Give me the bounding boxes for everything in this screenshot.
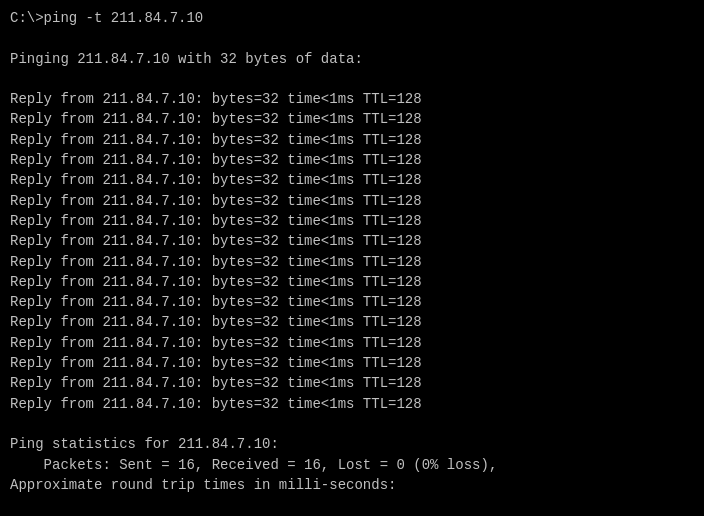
reply-15: Reply from 211.84.7.10: bytes=32 time<1m… [10, 373, 694, 393]
reply-10: Reply from 211.84.7.10: bytes=32 time<1m… [10, 272, 694, 292]
reply-11: Reply from 211.84.7.10: bytes=32 time<1m… [10, 292, 694, 312]
empty-line-3 [10, 414, 694, 434]
reply-2: Reply from 211.84.7.10: bytes=32 time<1m… [10, 109, 694, 129]
reply-3: Reply from 211.84.7.10: bytes=32 time<1m… [10, 130, 694, 150]
reply-5: Reply from 211.84.7.10: bytes=32 time<1m… [10, 170, 694, 190]
reply-9: Reply from 211.84.7.10: bytes=32 time<1m… [10, 252, 694, 272]
reply-12: Reply from 211.84.7.10: bytes=32 time<1m… [10, 312, 694, 332]
empty-line-1 [10, 28, 694, 48]
reply-4: Reply from 211.84.7.10: bytes=32 time<1m… [10, 150, 694, 170]
reply-13: Reply from 211.84.7.10: bytes=32 time<1m… [10, 333, 694, 353]
approx-line: Approximate round trip times in milli-se… [10, 475, 694, 495]
reply-6: Reply from 211.84.7.10: bytes=32 time<1m… [10, 191, 694, 211]
reply-7: Reply from 211.84.7.10: bytes=32 time<1m… [10, 211, 694, 231]
pinging-line: Pinging 211.84.7.10 with 32 bytes of dat… [10, 49, 694, 69]
terminal-window: C:\>ping -t 211.84.7.10 Pinging 211.84.7… [0, 0, 704, 516]
reply-14: Reply from 211.84.7.10: bytes=32 time<1m… [10, 353, 694, 373]
stats-header: Ping statistics for 211.84.7.10: [10, 434, 694, 454]
reply-16: Reply from 211.84.7.10: bytes=32 time<1m… [10, 394, 694, 414]
command-line: C:\>ping -t 211.84.7.10 [10, 8, 694, 28]
empty-line-2 [10, 69, 694, 89]
reply-8: Reply from 211.84.7.10: bytes=32 time<1m… [10, 231, 694, 251]
packets-line: Packets: Sent = 16, Received = 16, Lost … [10, 455, 694, 475]
reply-1: Reply from 211.84.7.10: bytes=32 time<1m… [10, 89, 694, 109]
